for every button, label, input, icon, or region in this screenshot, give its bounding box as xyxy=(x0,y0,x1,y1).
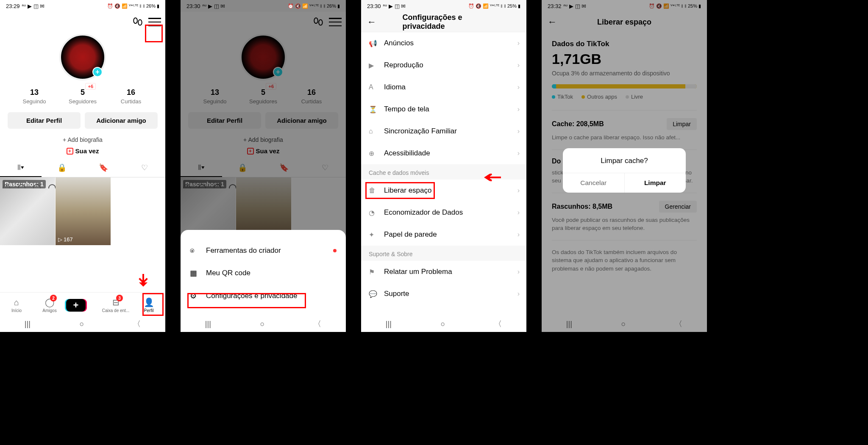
android-nav: ||| ○ 〈 xyxy=(542,316,707,332)
dialog-confirm-button[interactable]: Limpar xyxy=(625,173,686,193)
item-language[interactable]: AIdioma› xyxy=(361,76,526,98)
megaphone-icon: 📢 xyxy=(369,39,378,47)
avatar-add-icon[interactable]: + xyxy=(92,67,103,77)
status-time: 23:30 xyxy=(186,3,200,9)
qr-icon: ▦ xyxy=(190,268,199,278)
tab-bookmark[interactable]: 🔖 xyxy=(83,159,124,177)
back-button[interactable]: 〈 xyxy=(133,319,141,329)
dialog-cancel-button[interactable]: Cancelar xyxy=(563,173,625,193)
stats-row: 13 Seguindo +6 5 Seguidores 16 Curtidas xyxy=(0,80,165,110)
sheet-settings[interactable]: ⚙ Configurações e privacidade xyxy=(181,285,346,307)
status-indicators: ⏰ 🔇 📶 ⱽᵒᴸᵀᴱ ⫴ ⫴ xyxy=(468,3,506,9)
item-playback[interactable]: ▶Reprodução› xyxy=(361,54,526,76)
status-battery: 25% xyxy=(688,3,697,8)
gauge-icon: ◔ xyxy=(369,209,378,217)
header-title: Configurações e privacidade xyxy=(403,13,485,31)
recents-button[interactable]: ||| xyxy=(205,320,211,329)
item-wallpaper[interactable]: ✦Papel de parede› xyxy=(361,224,526,246)
home-button[interactable]: ○ xyxy=(621,320,626,329)
menu-button xyxy=(329,17,342,27)
back-arrow-icon[interactable]: ← xyxy=(548,17,557,28)
item-free-space[interactable]: 🗑Liberar espaço› xyxy=(361,180,526,202)
nav-inbox[interactable]: 3⊟Caixa de ent... xyxy=(99,297,132,313)
section-cache: Cache e dados móveis xyxy=(361,164,526,180)
plus-box-icon: + xyxy=(67,148,73,155)
recents-button[interactable]: ||| xyxy=(25,320,31,329)
clear-cache-button[interactable]: Limpar xyxy=(667,118,697,130)
home-button[interactable]: ○ xyxy=(80,320,84,329)
profile-avatar[interactable]: + xyxy=(59,34,106,80)
profile-header xyxy=(0,12,165,32)
tab-private[interactable]: 🔒 xyxy=(42,159,83,177)
avatar-section: + xyxy=(0,32,165,80)
nav-home[interactable]: ⌂Início xyxy=(0,298,33,313)
back-button[interactable]: 〈 xyxy=(314,319,321,329)
back-arrow-icon[interactable]: ← xyxy=(367,17,376,28)
nav-profile[interactable]: 👤Perfil xyxy=(132,297,165,313)
nav-friends[interactable]: 2◯Amigos xyxy=(33,297,66,313)
add-friend-button[interactable]: Adicionar amigo xyxy=(85,112,158,129)
nav-bar: ⌂Início 2◯Amigos + 3⊟Caixa de ent... 👤Pe… xyxy=(0,292,165,316)
status-bar: 23:30 ⁿᵘ ▶ ◫ ✉ ⏰ 🔇 📶 ⱽᵒᴸᵀᴱ ⫴ ⫴ 25% ▮ xyxy=(361,0,526,12)
item-family[interactable]: ⌂Sincronização Familiar› xyxy=(361,120,526,142)
sheet-qr-code[interactable]: ▦ Meu QR code xyxy=(181,262,346,285)
stat-following[interactable]: 13 Seguindo xyxy=(10,88,58,105)
item-ads[interactable]: 📢Anúncios› xyxy=(361,32,526,54)
footprint-icon[interactable] xyxy=(132,17,143,28)
arrow-annotation xyxy=(137,274,149,290)
your-turn-button[interactable]: + Sua vez xyxy=(0,146,165,159)
svg-point-1 xyxy=(138,20,142,25)
recents-button[interactable]: ||| xyxy=(566,320,572,329)
drafts-cell[interactable]: Rascunhos: 1 xyxy=(0,177,55,245)
storage-subtitle: Ocupa 3% do armazenamento do dispositivo xyxy=(552,70,697,77)
status-notif-icons: ⁿᵘ ▶ ◫ ✉ xyxy=(564,3,587,9)
nav-create[interactable]: + xyxy=(66,299,99,312)
trash-icon: 🗑 xyxy=(369,187,378,194)
manage-drafts-button[interactable]: Gerenciar xyxy=(659,201,697,213)
home-button[interactable]: ○ xyxy=(441,320,445,329)
chat-icon: 💬 xyxy=(369,290,378,298)
android-nav: ||| ○ 〈 xyxy=(0,316,165,332)
sparkle-icon: ✦ xyxy=(369,231,378,239)
settings-list[interactable]: 📢Anúncios› ▶Reprodução› AIdioma› ⏳Tempo … xyxy=(361,32,526,316)
view-count: ▷ 167 xyxy=(58,236,73,243)
stat-likes[interactable]: 16 Curtidas xyxy=(107,88,155,105)
recents-button[interactable]: ||| xyxy=(386,320,392,329)
status-time: 23:32 xyxy=(548,3,562,9)
drafts-section: Rascunhos: 8,5MB Gerenciar Você pode pub… xyxy=(552,193,697,232)
home-button[interactable]: ○ xyxy=(260,320,265,329)
item-screentime[interactable]: ⏳Tempo de tela› xyxy=(361,98,526,120)
status-notif-icons: ⁿᵘ ▶ ◫ ✉ xyxy=(203,3,225,9)
tab-videos[interactable]: ⫴▾ xyxy=(0,159,42,177)
flag-icon: ⚑ xyxy=(369,268,378,276)
status-time: 23:29 xyxy=(6,3,20,9)
tab-liked[interactable]: ♡ xyxy=(124,159,166,177)
item-accessibility[interactable]: ⊕Acessibilidade› xyxy=(361,142,526,164)
action-row: Editar Perfil Adicionar amigo xyxy=(0,110,165,131)
add-bio-button[interactable]: + Add biografia xyxy=(0,131,165,146)
back-button[interactable]: 〈 xyxy=(675,319,682,329)
edit-profile-button[interactable]: Editar Perfil xyxy=(8,112,81,129)
item-support[interactable]: 💬Suporte› xyxy=(361,283,526,305)
status-battery: 25% xyxy=(507,3,517,8)
item-data-saver[interactable]: ◔Economizador de Dados› xyxy=(361,202,526,224)
status-notif-icons: ⁿᵘ ▶ ◫ ✉ xyxy=(383,3,406,9)
status-indicators: ⏰ 🔇 📶 ⱽᵒᴸᵀᴱ ⫴ ⫴ xyxy=(107,3,145,9)
footer-note: Os dados do TikTok também incluem arquiv… xyxy=(552,240,697,273)
language-icon: A xyxy=(369,83,378,91)
footprint-icon xyxy=(313,17,324,28)
friends-icon: ◯ xyxy=(33,297,66,307)
video-cell[interactable]: ▷ 167 xyxy=(56,177,111,245)
item-report[interactable]: ⚑Relatar um Problema› xyxy=(361,261,526,283)
sheet-creator-tools[interactable]: ⍟ Ferramentas do criador xyxy=(181,239,346,262)
plus-icon: + xyxy=(66,299,86,312)
followers-badge: +6 xyxy=(85,83,96,90)
stat-followers[interactable]: +6 5 Seguidores xyxy=(58,88,107,105)
back-button[interactable]: 〈 xyxy=(494,319,502,329)
svg-point-0 xyxy=(134,18,137,23)
status-time: 23:30 xyxy=(367,3,381,9)
menu-button[interactable] xyxy=(148,17,161,27)
bottom-sheet: ⍟ Ferramentas do criador ▦ Meu QR code ⚙… xyxy=(181,230,346,316)
person-star-icon: ⍟ xyxy=(190,246,199,255)
status-battery: 26% xyxy=(146,3,156,8)
